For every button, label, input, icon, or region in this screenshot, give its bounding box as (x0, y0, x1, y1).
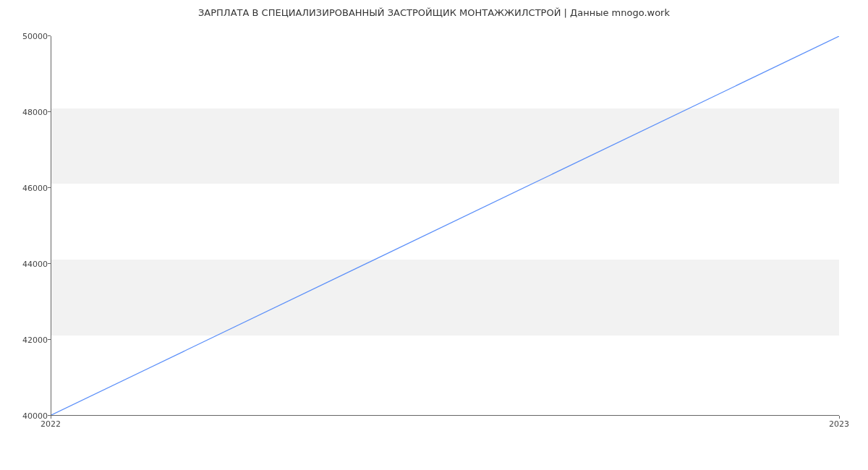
x-tick-mark (839, 416, 840, 419)
y-tick-label: 48000 (4, 108, 48, 117)
y-tick-mark (48, 35, 51, 36)
y-tick-mark (48, 187, 51, 188)
y-tick-label: 46000 (4, 184, 48, 193)
y-tick-label: 44000 (4, 260, 48, 269)
y-tick-label: 50000 (4, 32, 48, 41)
x-tick-mark (51, 416, 51, 419)
x-tick-label: 2022 (41, 419, 61, 429)
y-tick-mark (48, 339, 51, 340)
chart-container: ЗАРПЛАТА В СПЕЦИАЛИЗИРОВАННЫЙ ЗАСТРОЙЩИК… (0, 0, 868, 470)
y-tick-mark (48, 263, 51, 264)
chart-title: ЗАРПЛАТА В СПЕЦИАЛИЗИРОВАННЫЙ ЗАСТРОЙЩИК… (0, 7, 868, 18)
x-tick-label: 2023 (829, 419, 849, 429)
line-series (51, 36, 839, 415)
y-tick-mark (48, 111, 51, 112)
svg-line-0 (51, 36, 839, 415)
plot-area (51, 36, 839, 416)
y-tick-label: 42000 (4, 336, 48, 345)
